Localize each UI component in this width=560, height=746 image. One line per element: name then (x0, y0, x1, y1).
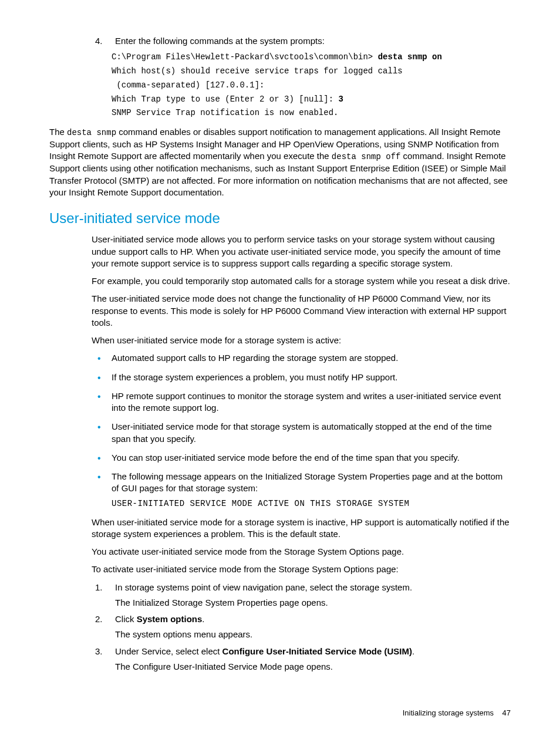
step-4-block: 4. Enter the following commands at the s… (92, 35, 511, 120)
list-item: You can stop user-initiated service mode… (112, 452, 511, 464)
page: 4. Enter the following commands at the s… (0, 0, 560, 718)
step-2: 2. Click System options. The system opti… (92, 613, 511, 641)
step-subtext: The Initialized Storage System Propertie… (115, 597, 511, 609)
code-prompt: C:\Program Files\Hewlett-Packard\svctool… (112, 52, 378, 62)
inline-code: desta snmp (67, 128, 116, 137)
step-subtext: The system options menu appears. (115, 629, 511, 640)
page-footer: Initializing storage systems 47 (49, 708, 511, 718)
paragraph: When user-initiated service mode for a s… (92, 335, 511, 346)
code-line: Which Trap type to use (Enter 2 or 3) [n… (112, 94, 338, 104)
bold-text: System options (137, 614, 203, 624)
step-number: 4. (92, 35, 115, 47)
list-item: If the storage system experiences a prob… (112, 372, 511, 383)
page-number: 47 (502, 708, 511, 717)
step-4: 4. Enter the following commands at the s… (92, 35, 511, 47)
step-subtext: The Configure User-Initiated Service Mod… (115, 661, 511, 673)
step-number: 1. (92, 582, 115, 609)
step-body: Click System options. The system options… (115, 613, 511, 641)
usim-section: User-initiated service mode allows you t… (92, 234, 511, 673)
footer-title: Initializing storage systems (403, 708, 494, 717)
code-input: 3 (338, 94, 343, 104)
list-item-text: The following message appears on the Ini… (112, 471, 502, 493)
step-body: In storage systems point of view navigat… (115, 582, 511, 609)
list-item: The following message appears on the Ini… (112, 471, 511, 509)
code-block: C:\Program Files\Hewlett-Packard\svctool… (112, 50, 511, 120)
paragraph: The user-initiated service mode does not… (92, 293, 511, 329)
list-item: User-initiated service mode for that sto… (112, 421, 511, 445)
step-body: Under Service, select elect Configure Us… (115, 646, 511, 673)
step-3: 3. Under Service, select elect Configure… (92, 646, 511, 673)
paragraph: User-initiated service mode allows you t… (92, 234, 511, 269)
code-line: Which host(s) should receive service tra… (112, 66, 403, 76)
text-run: Under Service, select elect (115, 646, 222, 656)
code-command: desta snmp on (378, 52, 442, 62)
step-number: 3. (92, 646, 115, 673)
text-run: . (412, 646, 414, 656)
step-1: 1. In storage systems point of view navi… (92, 582, 511, 609)
section-heading: User-initiated service mode (49, 209, 511, 228)
text-run: The (49, 127, 67, 137)
list-item: HP remote support continues to monitor t… (112, 390, 511, 414)
bold-text: Configure User-Initiated Service Mode (U… (222, 646, 412, 656)
step-text: Under Service, select elect Configure Us… (115, 646, 511, 657)
step-text: Click System options. (115, 613, 511, 625)
paragraph: You activate user-initiated service mode… (92, 546, 511, 558)
bullet-list: Automated support calls to HP regarding … (92, 352, 511, 509)
step-number: 2. (92, 613, 115, 641)
text-run: . (202, 614, 204, 624)
inline-code: desta snmp off (332, 152, 401, 161)
paragraph: For example, you could temporarily stop … (92, 275, 511, 287)
paragraph: When user-initiated service mode for a s… (92, 517, 511, 541)
list-item: Automated support calls to HP regarding … (112, 352, 511, 364)
text-run: Click (115, 614, 137, 624)
desta-paragraph: The desta snmp command enables or disabl… (49, 126, 511, 198)
system-message: USER-INITIATED SERVICE MODE ACTIVE ON TH… (112, 498, 511, 509)
code-line: (comma-separated) [127.0.0.1]: (116, 80, 264, 90)
step-text: In storage systems point of view navigat… (115, 582, 511, 593)
code-line: SNMP Service Trap notification is now en… (112, 108, 338, 117)
step-text: Enter the following commands at the syst… (115, 35, 511, 47)
paragraph: To activate user-initiated service mode … (92, 563, 511, 575)
